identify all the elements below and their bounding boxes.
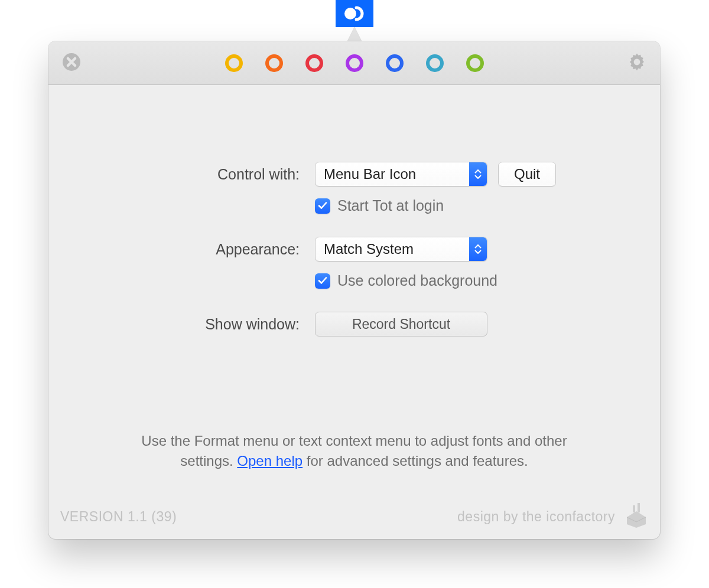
record-shortcut-button[interactable]: Record Shortcut (315, 312, 487, 337)
dot-yellow[interactable] (225, 54, 243, 72)
colored-bg-checkbox[interactable] (315, 273, 330, 289)
iconfactory-logo-icon (623, 502, 649, 531)
footer: VERSION 1.1 (39) design by the iconfacto… (60, 502, 649, 531)
credit-text: design by the iconfactory (457, 509, 615, 525)
checkmark-icon (317, 197, 328, 214)
svg-point-3 (634, 59, 640, 66)
settings-button[interactable] (627, 53, 647, 73)
colored-bg-label: Use colored background (337, 272, 497, 289)
svg-rect-4 (633, 505, 635, 512)
dot-red[interactable] (305, 54, 323, 72)
dot-orange[interactable] (265, 54, 283, 72)
dot-purple[interactable] (346, 54, 363, 72)
appearance-value: Match System (316, 238, 469, 260)
row-appearance: Appearance: Match System (48, 237, 660, 262)
row-colored-bg: Use colored background (315, 272, 660, 289)
version-text: VERSION 1.1 (39) (60, 509, 177, 525)
label-control-with: Control with: (48, 166, 315, 183)
checkmark-icon (317, 272, 328, 289)
chevron-up-down-icon (469, 237, 487, 261)
label-show-window: Show window: (48, 316, 315, 333)
svg-rect-5 (638, 503, 640, 512)
menubar-app-icon[interactable] (336, 0, 373, 27)
dot-teal[interactable] (426, 54, 444, 72)
dot-green[interactable] (466, 54, 484, 72)
dot-blue[interactable] (386, 54, 404, 72)
gear-icon (627, 53, 646, 74)
settings-body: Control with: Menu Bar Icon Quit (48, 85, 660, 539)
start-at-login-checkbox[interactable] (315, 198, 330, 214)
appearance-popup[interactable]: Match System (315, 237, 487, 262)
control-with-value: Menu Bar Icon (316, 163, 469, 185)
label-appearance: Appearance: (48, 241, 315, 258)
chevron-up-down-icon (469, 162, 487, 186)
start-at-login-label: Start Tot at login (337, 197, 444, 214)
settings-popover: Control with: Menu Bar Icon Quit (48, 41, 660, 539)
svg-point-0 (344, 8, 356, 19)
row-show-window: Show window: Record Shortcut (48, 312, 660, 337)
dot-tabs (48, 41, 660, 84)
hint-part2: for advanced settings and features. (303, 453, 528, 469)
row-control-with: Control with: Menu Bar Icon Quit (48, 162, 660, 187)
record-shortcut-label: Record Shortcut (352, 316, 450, 332)
quit-button-label: Quit (514, 166, 540, 182)
hint-text: Use the Format menu or text context menu… (48, 431, 660, 471)
popover-header (48, 41, 660, 85)
open-help-link[interactable]: Open help (237, 453, 303, 469)
row-start-at-login: Start Tot at login (315, 197, 660, 214)
popover-pointer (347, 27, 362, 41)
quit-button[interactable]: Quit (498, 162, 556, 187)
control-with-popup[interactable]: Menu Bar Icon (315, 162, 487, 187)
